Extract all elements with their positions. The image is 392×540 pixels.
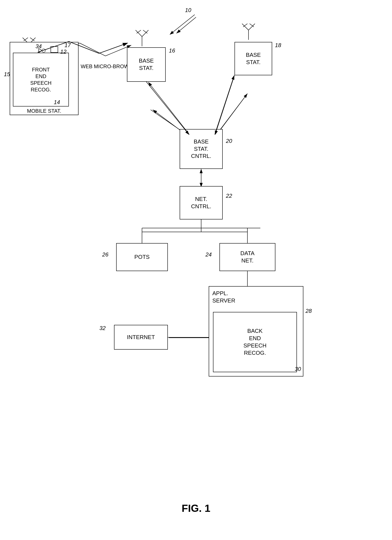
ref-34-label: 34 bbox=[35, 43, 42, 50]
ref-17-label: 17 bbox=[65, 42, 71, 49]
ref-18-label: 18 bbox=[275, 42, 281, 49]
net-cntrl-box: NET.CNTRL. bbox=[180, 186, 223, 220]
mobile-stat-text: MOBILE STAT. bbox=[14, 108, 74, 114]
back-end-speech-recog-box: BACKENDSPEECHRECOG. bbox=[213, 312, 297, 372]
ref-16-label: 16 bbox=[169, 47, 175, 54]
ref-30-label: 30 bbox=[295, 366, 301, 372]
ref-14-label: 14 bbox=[54, 99, 60, 106]
svg-line-43 bbox=[148, 82, 189, 135]
mobile-icon-rect bbox=[50, 46, 58, 53]
ref-10-label: 10 bbox=[185, 7, 191, 14]
back-end-speech-recog-label: BACKENDSPEECHRECOG. bbox=[244, 327, 266, 356]
front-end-speech-recog-box: FRONTENDSPEECHRECOG. bbox=[13, 53, 69, 106]
base-stat-cntrl-label: BASESTAT.CNTRL. bbox=[191, 138, 211, 160]
base-stat-cntrl-box: BASESTAT.CNTRL. bbox=[180, 129, 223, 169]
ref-15-label: 15 bbox=[4, 71, 10, 78]
svg-line-29 bbox=[242, 24, 248, 30]
svg-point-34 bbox=[42, 49, 45, 52]
base-stat-16-label: BASESTAT. bbox=[139, 57, 154, 72]
internet-label: INTERNET bbox=[127, 334, 155, 341]
base-stat-18-label: BASESTAT. bbox=[246, 51, 261, 66]
data-net-label: DATANET. bbox=[240, 250, 254, 265]
base-stat-18-antenna bbox=[240, 21, 257, 41]
svg-line-30 bbox=[248, 24, 255, 30]
pots-label: POTS bbox=[135, 253, 150, 261]
svg-line-25 bbox=[142, 30, 148, 37]
svg-line-4 bbox=[80, 43, 106, 56]
svg-line-36 bbox=[170, 15, 195, 35]
ref-26-label: 26 bbox=[102, 251, 108, 258]
svg-line-42 bbox=[146, 82, 189, 135]
diagram: 10 MOBILE STAT. MOBILE STAT. FRONTENDSPE… bbox=[0, 0, 392, 540]
front-end-speech-recog-label: FRONTENDSPEECHRECOG. bbox=[30, 66, 52, 93]
ref-24-label: 24 bbox=[206, 251, 212, 258]
pots-box: POTS bbox=[116, 243, 168, 271]
fig-caption: FIG. 1 bbox=[0, 502, 392, 514]
svg-line-2 bbox=[176, 17, 196, 33]
data-net-box: DATANET. bbox=[219, 243, 275, 271]
appl-server-label: APPL.SERVER bbox=[212, 290, 235, 305]
svg-line-9 bbox=[217, 94, 247, 134]
base-stat-16-box: BASESTAT. bbox=[127, 47, 166, 82]
svg-line-44 bbox=[215, 75, 235, 135]
ref-22-label: 22 bbox=[226, 193, 232, 199]
internet-box: INTERNET bbox=[114, 325, 168, 350]
svg-line-45 bbox=[215, 76, 234, 135]
ref-28-label: 28 bbox=[306, 308, 312, 314]
base-stat-18-box: BASESTAT. bbox=[235, 42, 272, 75]
base-stat-16-antenna bbox=[133, 28, 151, 47]
ref-20-label: 20 bbox=[226, 138, 232, 144]
ref-32-label: 32 bbox=[99, 325, 106, 331]
net-cntrl-label: NET.CNTRL. bbox=[191, 195, 211, 210]
svg-line-24 bbox=[136, 30, 142, 37]
svg-line-40 bbox=[99, 43, 128, 53]
ref-12-label: 12 bbox=[60, 48, 66, 55]
svg-line-7 bbox=[217, 94, 247, 133]
